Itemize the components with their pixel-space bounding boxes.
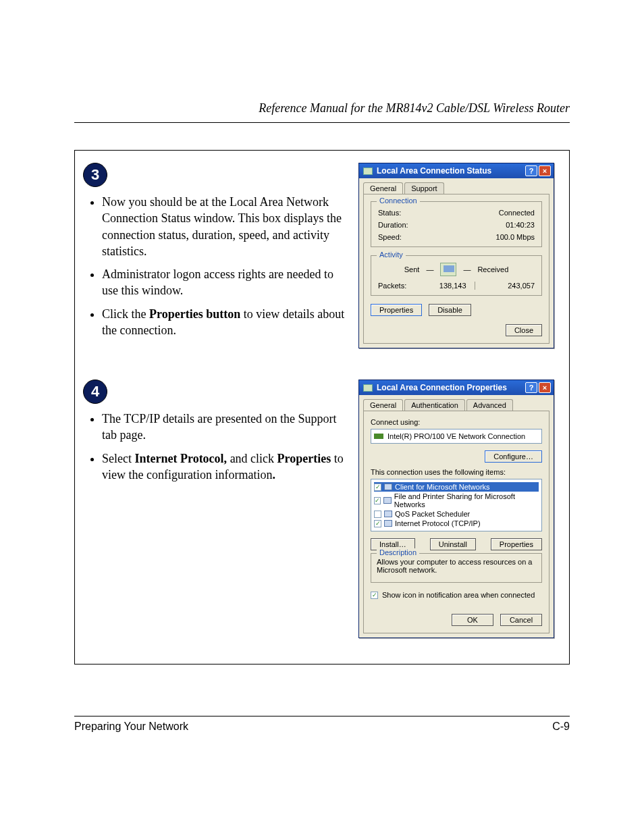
help-button[interactable]: ? [525,165,537,176]
cancel-button[interactable]: Cancel [500,614,542,626]
text: Select [102,452,134,465]
activity-group: Activity Sent — — Received Packets: 138,… [371,255,542,296]
footer-page-number: C-9 [552,721,570,733]
step-4-bullet-2: Select Internet Protocol, and click Prop… [102,450,348,484]
label-sent: Sent [404,265,420,273]
label-duration: Duration: [378,221,408,229]
footer-section-title: Preparing Your Network [74,721,188,733]
close-icon[interactable]: × [539,165,551,176]
list-item-label: File and Printer Sharing for Microsoft N… [394,492,539,509]
tab-authentication[interactable]: Authentication [404,399,465,411]
list-item-label: Internet Protocol (TCP/IP) [395,519,481,527]
text-bold: . [272,468,275,481]
step-4-bullets: The TCP/IP details are presented on the … [87,411,348,483]
label-received: Received [477,265,508,273]
text: and click [227,452,277,465]
uninstall-button[interactable]: Uninstall [430,538,476,550]
adapter-field: Intel(R) PRO/100 VE Network Connection [371,429,542,444]
show-icon-checkbox[interactable]: ✓ [371,592,378,599]
label-speed: Speed: [378,233,402,241]
checkbox-icon[interactable]: ✓ [374,484,381,491]
status-dialog-titlebar: Local Area Connection Status ? × [359,163,554,178]
activity-monitor-icon [440,263,456,276]
tab-support[interactable]: Support [404,182,444,194]
component-icon [384,484,392,490]
connection-group-legend: Connection [377,197,420,205]
step-3-bullets: Now you should be at the Local Area Netw… [87,194,348,338]
step-4-row: 4 The TCP/IP details are presented on th… [83,366,561,656]
close-button[interactable]: Close [506,324,542,336]
step-3-bullet-3: Click the Properties button to view deta… [102,306,348,339]
adapter-name: Intel(R) PRO/100 VE Network Connection [387,432,525,440]
item-properties-button[interactable]: Properties [491,538,542,550]
value-packets-received: 243,057 [508,282,535,290]
label-packets: Packets: [378,282,406,290]
description-legend: Description [377,548,419,556]
connection-icon [363,167,373,175]
checkbox-icon[interactable] [374,511,381,518]
status-dialog-title: Local Area Connection Status [377,166,491,176]
properties-tabs: General Authentication Advanced [359,395,554,411]
text-bold: Properties button [149,307,240,321]
show-icon-label: Show icon in notification area when conn… [382,591,535,599]
configure-button[interactable]: Configure… [485,450,542,463]
step-4-bullet-1: The TCP/IP details are presented on the … [102,411,348,444]
properties-dialog-titlebar: Local Area Connection Properties ? × [359,380,554,395]
list-item-client[interactable]: ✓Client for Microsoft Networks [374,482,539,492]
step-3-screenshot-column: Local Area Connection Status ? × General… [358,163,561,348]
description-text: Allows your computer to access resources… [377,558,533,574]
connection-icon [363,384,373,392]
tab-general[interactable]: General [363,182,403,194]
page-footer: Preparing Your Network C-9 [74,716,570,733]
list-item-label: Client for Microsoft Networks [395,483,490,491]
step-3-text-column: 3 Now you should be at the Local Area Ne… [83,163,348,345]
properties-panel: Connect using: Intel(R) PRO/100 VE Netwo… [363,411,549,633]
step-4-badge: 4 [83,380,107,404]
properties-button[interactable]: Properties [371,304,422,316]
step-3-bullet-1: Now you should be at the Local Area Netw… [102,194,348,259]
activity-group-legend: Activity [377,251,406,259]
component-icon [384,511,392,517]
content-box: 3 Now you should be at the Local Area Ne… [74,150,570,664]
list-item-qos[interactable]: QoS Packet Scheduler [374,509,539,519]
step-3-bullet-2: Administrator logon access rights are ne… [102,266,348,299]
nic-icon [374,434,383,439]
label-uses-items: This connection uses the following items… [371,468,542,476]
status-panel: Connection Status:Connected Duration:01:… [363,194,549,344]
list-item-fps[interactable]: ✓File and Printer Sharing for Microsoft … [374,492,539,509]
status-tabs: General Support [359,178,554,194]
step-4-text-column: 4 The TCP/IP details are presented on th… [83,380,348,490]
text-bold: Properties [277,452,331,465]
connection-group: Connection Status:Connected Duration:01:… [371,201,542,247]
list-item-tcpip[interactable]: ✓Internet Protocol (TCP/IP) [374,519,539,528]
text-bold: Internet Protocol, [134,452,227,465]
step-4-screenshot-column: Local Area Connection Properties ? × Gen… [358,380,561,638]
help-button[interactable]: ? [525,382,537,393]
value-duration: 01:40:23 [506,221,535,229]
disable-button[interactable]: Disable [429,304,471,316]
status-dialog: Local Area Connection Status ? × General… [358,163,554,348]
list-item-label: QoS Packet Scheduler [395,510,470,518]
value-packets-sent: 138,143 [439,282,475,290]
tab-general[interactable]: General [363,399,403,411]
properties-dialog: Local Area Connection Properties ? × Gen… [358,380,554,638]
checkbox-icon[interactable]: ✓ [374,497,381,504]
label-status: Status: [378,209,401,217]
step-3-row: 3 Now you should be at the Local Area Ne… [83,159,561,366]
component-icon [383,497,391,504]
text: Click the [102,307,149,321]
description-group: Description Allows your computer to acce… [371,553,542,583]
page-header: Reference Manual for the MR814v2 Cable/D… [74,101,570,123]
step-3-badge: 3 [83,163,107,187]
component-icon [384,520,392,527]
label-connect-using: Connect using: [371,418,542,426]
ok-button[interactable]: OK [452,614,493,626]
properties-dialog-title: Local Area Connection Properties [377,383,507,392]
close-icon[interactable]: × [539,382,551,393]
checkbox-icon[interactable]: ✓ [374,520,381,527]
tab-advanced[interactable]: Advanced [466,399,513,411]
value-speed: 100.0 Mbps [496,233,535,241]
components-list[interactable]: ✓Client for Microsoft Networks ✓File and… [371,479,542,531]
value-status: Connected [499,209,535,217]
